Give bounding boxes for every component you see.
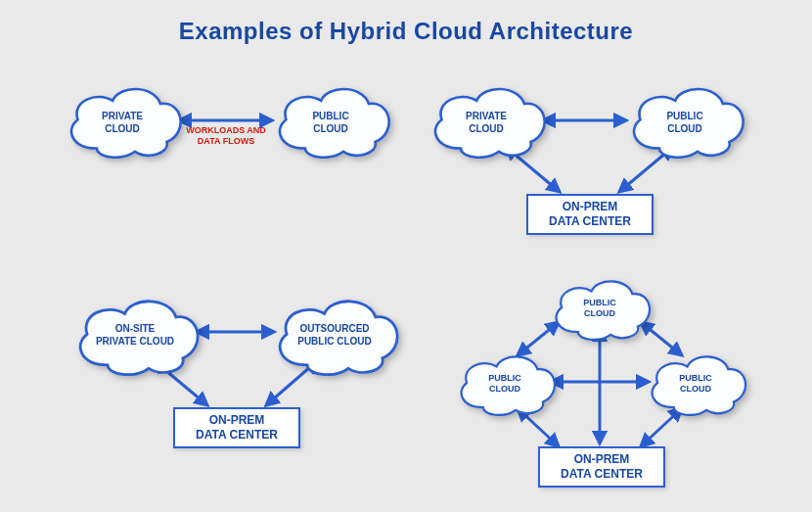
cloud-shape bbox=[450, 348, 560, 416]
page-title: Examples of Hybrid Cloud Architecture bbox=[0, 18, 812, 45]
data-center-box: ON-PREM DATA CENTER bbox=[538, 446, 665, 488]
cloud-shape bbox=[641, 348, 750, 416]
data-center-box: ON-PREM DATA CENTER bbox=[173, 407, 300, 448]
connector-layer bbox=[0, 0, 812, 512]
cloud-shape bbox=[545, 272, 654, 341]
cloud-shape bbox=[67, 290, 203, 376]
flow-label: WORKLOADS AND DATA FLOWS bbox=[181, 125, 271, 147]
cloud-shape bbox=[267, 78, 394, 159]
cloud-shape bbox=[266, 290, 403, 376]
data-center-box: ON-PREM DATA CENTER bbox=[526, 194, 654, 235]
diagram-canvas: Examples of Hybrid Cloud Architecture PR… bbox=[0, 0, 812, 512]
cloud-shape bbox=[59, 78, 186, 159]
cloud-shape bbox=[423, 78, 550, 159]
cloud-shape bbox=[621, 78, 748, 159]
